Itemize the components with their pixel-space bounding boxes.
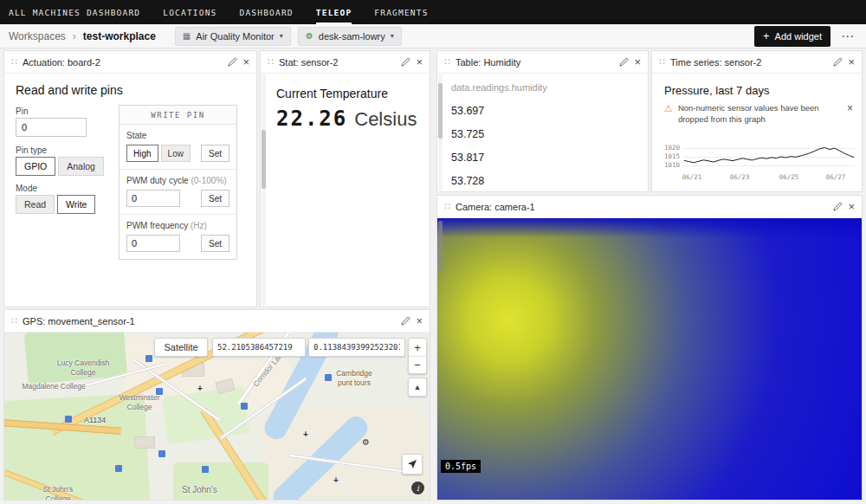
zoom-out-button[interactable]: − [409,356,426,373]
breadcrumb-current: test-workplace [83,30,156,42]
map-label-college: St John's College [36,485,81,500]
map-marker [241,403,248,410]
drag-handle-icon[interactable]: ∷ [11,57,17,67]
overflow-menu-icon[interactable]: ⋯ [837,29,857,44]
close-icon[interactable]: × [416,315,423,326]
plus-icon: + [763,30,770,42]
part-selector[interactable]: ⚙ desk-sam-lowry ▾ [298,27,402,46]
edit-icon[interactable] [228,57,237,67]
stat-heading: Current Temperature [276,87,417,100]
chevron-down-icon: ▾ [280,32,283,40]
pwm-freq-set-button[interactable]: Set [201,235,229,252]
map-building [134,436,155,449]
x-tick: 06/21 [682,173,702,181]
x-tick: 06/23 [730,173,750,181]
close-icon[interactable]: × [242,56,249,68]
breadcrumb-workspaces[interactable]: Workspaces [9,30,66,42]
add-widget-label: Add widget [775,31,822,42]
nav-fragments[interactable]: FRAGMENTS [374,0,428,24]
map-marker [145,355,152,362]
widget-actuation: ∷ Actuation: board-2 × Read and write pi… [3,50,257,307]
close-icon[interactable]: × [416,56,423,68]
locate-button[interactable] [402,454,423,475]
top-nav: ALL MACHINES DASHBOARD LOCATIONS DASHBOA… [0,0,866,24]
table-column-header: data.readings.humidity [437,74,648,100]
pwm-freq-hint: (Hz) [191,221,207,230]
close-icon[interactable]: × [634,56,641,68]
pwm-duty-input[interactable] [126,190,180,207]
edit-icon[interactable] [401,57,410,67]
edit-icon[interactable] [619,57,629,67]
drag-handle-icon[interactable]: ∷ [268,57,274,67]
part-status-icon: ⚙ [306,32,313,41]
pin-type-analog-button[interactable]: Analog [58,157,104,176]
nav-dashboard[interactable]: DASHBOARD [240,0,294,24]
close-icon[interactable]: × [848,56,855,68]
edit-icon[interactable] [401,316,410,326]
satellite-toggle-button[interactable]: Satellite [154,338,208,357]
pwm-duty-label: PWM duty cycle (0-100%) [126,176,229,185]
pin-type-gpio-button[interactable]: GPIO [16,157,55,176]
scrollbar-thumb[interactable] [438,221,443,271]
warning-close-icon[interactable]: × [847,103,853,113]
widget-gps: ∷ GPS: movement_sensor-1 × [3,309,430,501]
widget-table: ∷ Table: Humidity × data.readings.humidi… [436,50,649,192]
map-label-college: Magdalene College [17,382,90,391]
table-row: 53.817 [437,146,648,170]
table-row: 53.728 [437,170,648,193]
timeseries-heading: Pressure, last 7 days [652,74,862,97]
state-high-button[interactable]: High [126,145,158,162]
scrollbar[interactable] [262,74,266,306]
compass-button[interactable]: ▲ [408,378,427,397]
stat-value: 22.26 [276,107,347,131]
machine-icon: ▦ [183,32,191,41]
map-label-college: Westminster College [113,393,165,411]
chevron-down-icon: ▾ [391,32,394,40]
map-canvas[interactable]: + + + ⚙ Lucy Cavendish College Magdalene… [4,333,430,500]
edit-icon[interactable] [833,57,843,67]
locate-arrow-icon [407,459,417,469]
latitude-input[interactable] [212,338,306,357]
scrollbar[interactable] [438,74,443,191]
pwm-freq-label: PWM frequency (Hz) [126,221,229,230]
pwm-duty-hint: (0-100%) [191,176,226,185]
map-label-road-ref: A1134 [84,416,106,425]
info-icon[interactable]: i [411,481,424,494]
mode-read-button[interactable]: Read [16,195,55,214]
nav-locations[interactable]: LOCATIONS [163,0,216,24]
scrollbar[interactable] [438,219,443,499]
drag-handle-icon[interactable]: ∷ [11,316,17,326]
x-tick: 06/25 [779,173,799,181]
drag-handle-icon[interactable]: ∷ [444,202,450,211]
pwm-freq-input[interactable] [126,235,180,252]
warning-icon: ⚠ [664,103,673,114]
widget-title: Stat: sensor-2 [279,57,338,68]
state-low-button[interactable]: Low [161,145,191,162]
table-row: 53.697 [437,100,648,123]
add-widget-button[interactable]: + Add widget [754,26,830,47]
fps-badge: 0.5fps [441,460,481,473]
nav-all-machines-dashboard[interactable]: ALL MACHINES DASHBOARD [9,0,140,24]
nav-teleop[interactable]: TELEOP [316,0,352,24]
x-tick: 06/27 [826,173,846,181]
mode-write-button[interactable]: Write [57,195,95,214]
map-marker [65,416,72,423]
widget-title: GPS: movement_sensor-1 [23,316,135,326]
state-set-button[interactable]: Set [201,145,229,162]
close-icon[interactable]: × [848,201,855,212]
camera-stream [437,218,862,500]
pwm-duty-set-button[interactable]: Set [201,190,229,207]
scrollbar-thumb[interactable] [262,130,266,189]
widget-timeseries: ∷ Time series: sensor-2 × Pressure, last… [651,50,863,192]
longitude-input[interactable] [308,338,405,357]
actuation-heading: Read and write pins [16,83,123,97]
state-label: State [126,131,229,140]
pin-input[interactable] [16,118,87,137]
edit-icon[interactable] [833,202,843,211]
machine-selector[interactable]: ▦ Air Quality Monitor ▾ [175,27,291,46]
drag-handle-icon[interactable]: ∷ [659,57,665,67]
drag-handle-icon[interactable]: ∷ [444,57,450,67]
zoom-in-button[interactable]: + [409,339,426,356]
map-cross-poi-icon: + [303,430,308,439]
scrollbar-thumb[interactable] [438,83,443,139]
